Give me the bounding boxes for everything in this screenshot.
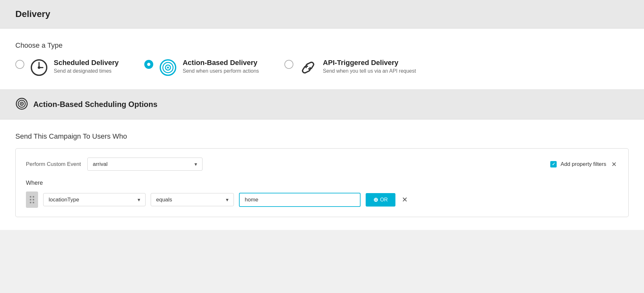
svg-point-11 <box>21 103 22 104</box>
delivery-option-api-triggered[interactable]: API-Triggered Delivery Send when you tel… <box>284 59 416 77</box>
filter-value-input[interactable] <box>239 193 361 207</box>
where-label: Where <box>26 180 618 186</box>
filter-right: ✓ Add property filters ✕ <box>550 160 618 168</box>
page-title: Delivery <box>15 9 50 19</box>
target-icon <box>159 59 177 77</box>
event-select-wrapper: arrival ▼ <box>87 158 203 171</box>
or-button-label: OR <box>380 197 388 203</box>
choose-type-label: Choose a Type <box>15 41 629 50</box>
drag-dot <box>33 202 34 203</box>
campaign-section: Send This Campaign To Users Who Perform … <box>0 119 644 230</box>
drag-dot-row-3 <box>30 202 34 203</box>
delivery-option-action-based[interactable]: Action-Based Delivery Send when users pe… <box>144 59 259 77</box>
perform-custom-event-label: Perform Custom Event <box>26 161 81 167</box>
radio-scheduled[interactable] <box>15 60 24 69</box>
choose-type-section: Choose a Type Scheduled Delivery Send at <box>0 28 644 90</box>
scheduled-subtitle: Send at designated times <box>54 68 119 74</box>
add-property-checkbox[interactable]: ✓ <box>550 161 557 167</box>
api-triggered-title: API-Triggered Delivery <box>323 59 416 67</box>
action-based-subtitle: Send when users perform actions <box>183 68 259 74</box>
delivery-option-scheduled[interactable]: Scheduled Delivery Send at designated ti… <box>15 59 119 77</box>
scheduled-title: Scheduled Delivery <box>54 59 119 67</box>
scheduling-options-header: Action-Based Scheduling Options <box>0 90 644 119</box>
action-based-title: Action-Based Delivery <box>183 59 259 67</box>
location-type-select-wrapper: locationType ▼ <box>43 193 146 206</box>
drag-dot <box>30 202 31 203</box>
scheduling-target-icon <box>15 97 28 111</box>
equals-select[interactable]: equals <box>151 193 234 206</box>
drag-dot-row-1 <box>30 196 34 198</box>
page-wrapper: Delivery Choose a Type Scheduled Deli <box>0 0 644 230</box>
or-plus-icon: ⊕ <box>373 196 378 203</box>
drag-handle[interactable] <box>26 191 38 208</box>
add-property-label: Add property filters <box>561 161 606 167</box>
checkmark-icon: ✓ <box>552 162 555 167</box>
location-type-select[interactable]: locationType <box>43 193 146 206</box>
add-property-close-button[interactable]: ✕ <box>610 160 618 168</box>
drag-dot <box>30 199 31 200</box>
event-select[interactable]: arrival <box>87 158 203 171</box>
campaign-section-title: Send This Campaign To Users Who <box>15 132 629 141</box>
radio-api-triggered[interactable] <box>284 60 293 69</box>
svg-point-7 <box>167 67 169 69</box>
drag-dot <box>33 199 34 200</box>
scheduling-header-title: Action-Based Scheduling Options <box>33 100 157 109</box>
filter-row-close-button[interactable]: ✕ <box>401 196 409 204</box>
scheduled-text-block: Scheduled Delivery Send at designated ti… <box>54 59 119 74</box>
drag-dot-row-2 <box>30 199 34 200</box>
api-triggered-subtitle: Send when you tell us via an API request <box>323 68 416 74</box>
radio-inner-dot <box>147 63 150 66</box>
drag-dot <box>33 196 34 198</box>
link-icon <box>299 59 317 77</box>
action-based-text-block: Action-Based Delivery Send when users pe… <box>183 59 259 74</box>
radio-action-based[interactable] <box>144 60 153 69</box>
api-triggered-text-block: API-Triggered Delivery Send when you tel… <box>323 59 416 74</box>
drag-dot <box>30 196 31 198</box>
filter-left: Perform Custom Event arrival ▼ <box>26 158 203 171</box>
delivery-options: Scheduled Delivery Send at designated ti… <box>15 59 629 77</box>
equals-select-wrapper: equals ▼ <box>151 193 234 206</box>
filter-card: Perform Custom Event arrival ▼ ✓ Add pro… <box>15 148 629 217</box>
delivery-header: Delivery <box>0 0 644 28</box>
clock-icon <box>30 59 48 77</box>
or-button[interactable]: ⊕ OR <box>366 193 395 207</box>
filter-top-row: Perform Custom Event arrival ▼ ✓ Add pro… <box>26 158 618 171</box>
where-filter-row: locationType ▼ equals ▼ ⊕ OR <box>26 191 618 208</box>
